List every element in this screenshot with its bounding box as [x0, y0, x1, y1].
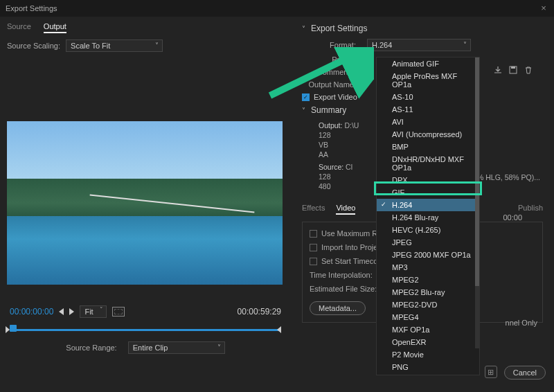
source-range-value: Entire Clip	[133, 343, 168, 353]
source-scaling-select[interactable]: Scale To Fit	[66, 39, 163, 52]
time-end: 00:00:59:29	[238, 307, 281, 317]
summary-heading: Summary	[311, 105, 346, 115]
set-start-timecode-checkbox[interactable]	[310, 258, 317, 265]
preview-image	[7, 121, 283, 285]
timeline-scrubber[interactable]	[7, 323, 284, 336]
import-preset-icon[interactable]	[493, 65, 503, 75]
format-option[interactable]: JPEG	[377, 236, 479, 249]
import-project-checkbox[interactable]	[310, 244, 317, 251]
time-start[interactable]: 00:00:00:00	[10, 307, 53, 317]
source-range-label: Source Range:	[66, 344, 116, 352]
format-option[interactable]: H.264 Blu-ray	[377, 211, 479, 224]
dropdown-scrollbar[interactable]	[475, 57, 479, 348]
format-dropdown[interactable]: Animated GIFApple ProRes MXF OP1aAS-10AS…	[376, 57, 480, 375]
svg-rect-1	[511, 66, 515, 69]
step-forward-icon[interactable]	[69, 308, 74, 315]
left-pane: Source Output Source Scaling: Scale To F…	[0, 17, 291, 391]
source-scaling-value: Scale To Fit	[71, 41, 110, 51]
zoom-fit-select[interactable]: Fit	[80, 305, 106, 318]
format-option[interactable]: H.264	[377, 199, 479, 211]
format-option[interactable]: MPEG4	[377, 311, 479, 323]
format-label: Format:	[302, 41, 356, 49]
time-interpolation-label: Time Interpolation:	[310, 271, 373, 279]
close-icon[interactable]: ×	[539, 3, 548, 13]
dropdown-scrollbar-thumb[interactable]	[475, 57, 479, 286]
format-option[interactable]: AS-10	[377, 91, 479, 103]
import-project-label: Import Into Project	[321, 243, 384, 251]
source-range-select[interactable]: Entire Clip	[128, 341, 225, 354]
in-point-handle[interactable]	[6, 326, 10, 333]
format-option[interactable]: DNxHR/DNxHD MXF OP1a	[377, 153, 479, 174]
format-option[interactable]: JPEG 2000 MXF OP1a	[377, 249, 479, 261]
estimated-size-label: Estimated File Size:	[310, 285, 377, 293]
channel-only-text: nnel Only	[506, 319, 537, 327]
format-option[interactable]: HEVC (H.265)	[377, 224, 479, 236]
summary-source-clip: Cl	[346, 163, 352, 171]
zoom-fit-value: Fit	[84, 308, 93, 316]
tab-source[interactable]: Source	[7, 21, 31, 33]
playhead[interactable]	[10, 325, 17, 332]
queue-button[interactable]: ⊞	[485, 366, 497, 378]
format-option[interactable]: AVI (Uncompressed)	[377, 128, 479, 141]
source-scaling-label: Source Scaling:	[7, 42, 60, 50]
export-settings-heading: Export Settings	[311, 24, 367, 33]
tab-output[interactable]: Output	[44, 21, 66, 33]
tab-video[interactable]: Video	[336, 202, 355, 215]
format-option[interactable]: MPEG2-DVD	[377, 299, 479, 311]
format-option[interactable]: AS-11	[377, 103, 479, 116]
summary-output-label: Output:	[319, 121, 342, 130]
format-option[interactable]: BMP	[377, 141, 479, 153]
format-option[interactable]: GIF	[377, 186, 479, 199]
titlebar: Export Settings ×	[0, 0, 554, 17]
format-option[interactable]: PNG	[377, 361, 479, 373]
metadata-button[interactable]: Metadata...	[310, 301, 366, 315]
export-settings-section[interactable]: Export Settings	[302, 24, 543, 33]
format-option[interactable]: MP3	[377, 261, 479, 274]
preset-label: Preset:	[302, 55, 356, 64]
out-point-handle[interactable]	[277, 326, 281, 333]
source-duration-text: 00:00	[503, 213, 522, 222]
window-title: Export Settings	[6, 4, 57, 12]
comments-label: Comments:	[302, 68, 356, 76]
format-value: H.264	[372, 40, 392, 50]
aspect-ratio-icon[interactable]	[112, 307, 125, 317]
tab-effects[interactable]: Effects	[302, 202, 325, 215]
format-option[interactable]: QuickTime	[377, 373, 479, 375]
delete-preset-icon[interactable]	[524, 65, 533, 75]
format-option[interactable]: Apple ProRes MXF OP1a	[377, 70, 479, 91]
output-name-label: Output Name:	[302, 80, 356, 89]
scrubber-track[interactable]	[10, 329, 281, 331]
format-option[interactable]: AVI	[377, 116, 479, 128]
format-option[interactable]: MPEG2	[377, 274, 479, 286]
format-option[interactable]: OpenEXR	[377, 336, 479, 348]
export-video-checkbox[interactable]	[302, 93, 310, 101]
format-option[interactable]: Animated GIF	[377, 57, 479, 70]
summary-output-path: D:\U	[344, 121, 359, 130]
cancel-button[interactable]: Cancel	[504, 366, 546, 380]
format-option[interactable]: DPX	[377, 174, 479, 186]
format-option[interactable]: MPEG2 Blu-ray	[377, 286, 479, 299]
use-max-render-checkbox[interactable]	[310, 230, 317, 238]
export-video-label: Export Video	[314, 93, 357, 101]
save-preset-icon[interactable]	[508, 65, 518, 75]
video-preview[interactable]	[7, 121, 283, 285]
format-option[interactable]: P2 Movie	[377, 348, 479, 361]
summary-truncated-text: 5% HLG, 58% PQ)...	[473, 173, 540, 181]
format-select[interactable]: H.264	[367, 39, 471, 51]
format-option[interactable]: MXF OP1a	[377, 323, 479, 336]
step-back-icon[interactable]	[59, 308, 64, 315]
summary-source-label: Source:	[319, 163, 343, 171]
